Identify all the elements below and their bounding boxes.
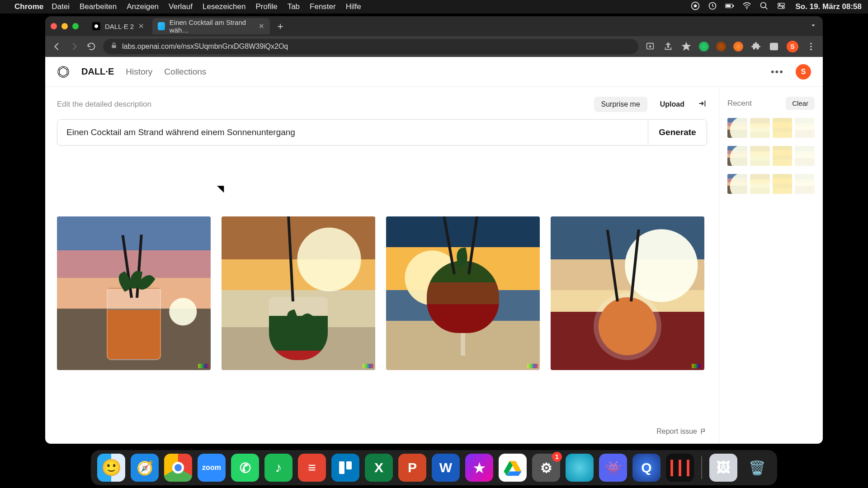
dock-voice-memos-icon[interactable]: ┃┃┃	[666, 454, 694, 482]
dock-todoist-icon[interactable]: ≡	[298, 454, 326, 482]
menu-fenster[interactable]: Fenster	[310, 2, 336, 11]
new-tab-button[interactable]: ＋	[275, 19, 285, 33]
menu-tab[interactable]: Tab	[288, 2, 300, 11]
surprise-me-button[interactable]: Surprise me	[594, 97, 647, 112]
chrome-menu-icon[interactable]	[806, 41, 816, 52]
collapse-sidebar-icon[interactable]	[697, 99, 707, 110]
svg-point-16	[810, 46, 812, 47]
lock-icon	[110, 42, 118, 51]
recent-thumb[interactable]	[750, 118, 770, 138]
dock-finder-icon[interactable]: 🙂	[97, 454, 125, 482]
result-image-1[interactable]	[57, 216, 211, 370]
recent-thumb[interactable]	[795, 118, 815, 138]
close-tab-icon[interactable]: ✕	[259, 22, 264, 30]
result-image-3[interactable]	[386, 216, 540, 370]
browser-tab-2[interactable]: Einen Cocktail am Strand wäh… ✕	[152, 18, 270, 34]
dock-settings-icon[interactable]: ⚙1	[532, 454, 560, 482]
svg-point-7	[760, 2, 766, 8]
dock-imovie-icon[interactable]: ★	[465, 454, 493, 482]
extension-icon[interactable]	[716, 42, 726, 52]
control-center-icon[interactable]	[777, 1, 786, 13]
nav-history[interactable]: History	[126, 67, 152, 77]
recent-thumb[interactable]	[750, 174, 770, 194]
window-minimize-button[interactable]	[61, 23, 68, 29]
app-title[interactable]: DALL·E	[81, 66, 114, 77]
menubar-tray: So. 19. März 08:58	[691, 1, 862, 13]
svg-point-15	[810, 43, 812, 45]
menu-datei[interactable]: Datei	[52, 2, 70, 11]
result-image-4[interactable]	[551, 216, 704, 370]
extension-icon[interactable]	[733, 42, 743, 52]
menu-verlauf[interactable]: Verlauf	[169, 2, 193, 11]
result-image-2[interactable]	[222, 216, 375, 370]
dock-powerpoint-icon[interactable]: P	[398, 454, 426, 482]
dock-preview-icon[interactable]: 🖼	[709, 454, 737, 482]
recent-thumb[interactable]	[773, 118, 793, 138]
generate-button[interactable]: Generate	[648, 120, 707, 145]
menu-bearbeiten[interactable]: Bearbeiten	[80, 2, 117, 11]
dock-zoom-icon[interactable]: zoom	[198, 454, 226, 482]
window-maximize-button[interactable]	[72, 23, 79, 29]
dock-whatsapp-icon[interactable]: ✆	[231, 454, 259, 482]
side-panel-icon[interactable]	[769, 41, 779, 52]
dock-discord-icon[interactable]: 👾	[599, 454, 627, 482]
mouse-cursor-icon: ◥	[217, 183, 224, 194]
recent-thumb[interactable]	[795, 146, 815, 166]
extensions-puzzle-icon[interactable]	[750, 41, 761, 52]
omnibox[interactable]: labs.openai.com/e/nsxSUqmbnGrxDG8W39iQx2…	[103, 39, 638, 54]
dock-safari-icon[interactable]: 🧭	[131, 454, 159, 482]
record-icon[interactable]	[691, 1, 700, 13]
screen-mirror-icon[interactable]	[708, 1, 717, 13]
upload-button[interactable]: Upload	[653, 97, 692, 112]
nav-forward-button[interactable]	[69, 41, 80, 52]
dock-drive-icon[interactable]	[499, 454, 527, 482]
menu-hilfe[interactable]: Hilfe	[346, 2, 361, 11]
recent-thumb[interactable]	[750, 146, 770, 166]
chrome-profile-avatar[interactable]: S	[787, 41, 798, 52]
dock-trash-icon[interactable]: 🗑️	[743, 454, 771, 482]
clear-recent-button[interactable]: Clear	[786, 97, 815, 110]
menu-lesezeichen[interactable]: Lesezeichen	[203, 2, 245, 11]
tabs-dropdown-icon[interactable]	[809, 21, 817, 31]
spotlight-icon[interactable]	[760, 1, 769, 13]
nav-reload-button[interactable]	[86, 41, 97, 52]
nav-back-button[interactable]	[52, 41, 62, 52]
openai-logo-icon[interactable]	[57, 66, 70, 78]
menu-anzeigen[interactable]: Anzeigen	[127, 2, 159, 11]
menu-profile[interactable]: Profile	[255, 2, 277, 11]
menubar-app-name[interactable]: Chrome	[14, 2, 43, 11]
browser-tab-1[interactable]: DALL·E 2 ✕	[87, 18, 150, 34]
share-icon[interactable]	[663, 41, 674, 52]
svg-rect-8	[778, 3, 784, 5]
bookmark-star-icon[interactable]	[681, 41, 692, 52]
dock-excel-icon[interactable]: X	[365, 454, 393, 482]
install-app-icon[interactable]	[645, 41, 656, 52]
nav-collections[interactable]: Collections	[164, 67, 206, 77]
badge-count: 1	[552, 452, 562, 462]
report-issue-link[interactable]: Report issue	[57, 423, 707, 436]
menubar-clock[interactable]: So. 19. März 08:58	[796, 2, 862, 11]
recent-thumb[interactable]	[727, 174, 747, 194]
dock-chrome-icon[interactable]	[164, 454, 192, 482]
watermark-icon	[198, 364, 209, 368]
recent-thumb[interactable]	[727, 118, 747, 138]
wifi-icon[interactable]	[742, 1, 751, 13]
battery-icon[interactable]	[725, 1, 734, 13]
dock-quicktime-icon[interactable]: Q	[632, 454, 660, 482]
window-close-button[interactable]	[51, 23, 57, 29]
recent-thumb[interactable]	[773, 174, 793, 194]
recent-thumb[interactable]	[727, 146, 747, 166]
dock-app-icon[interactable]	[566, 454, 594, 482]
prompt-input[interactable]	[57, 120, 648, 145]
extension-shield-icon[interactable]	[699, 42, 709, 52]
more-menu-icon[interactable]: •••	[771, 66, 784, 78]
user-avatar[interactable]: S	[796, 64, 811, 80]
dock-word-icon[interactable]: W	[432, 454, 460, 482]
svg-point-9	[779, 4, 780, 5]
dock-spotify-icon[interactable]: ♪	[264, 454, 292, 482]
macos-dock: 🙂 🧭 zoom ✆ ♪ ≡ X P W ★ ⚙1 👾 Q ┃┃┃ 🖼 🗑️	[91, 450, 777, 485]
close-tab-icon[interactable]: ✕	[138, 22, 144, 30]
recent-thumb[interactable]	[795, 174, 815, 194]
dock-trello-icon[interactable]	[331, 454, 359, 482]
recent-thumb[interactable]	[773, 146, 793, 166]
